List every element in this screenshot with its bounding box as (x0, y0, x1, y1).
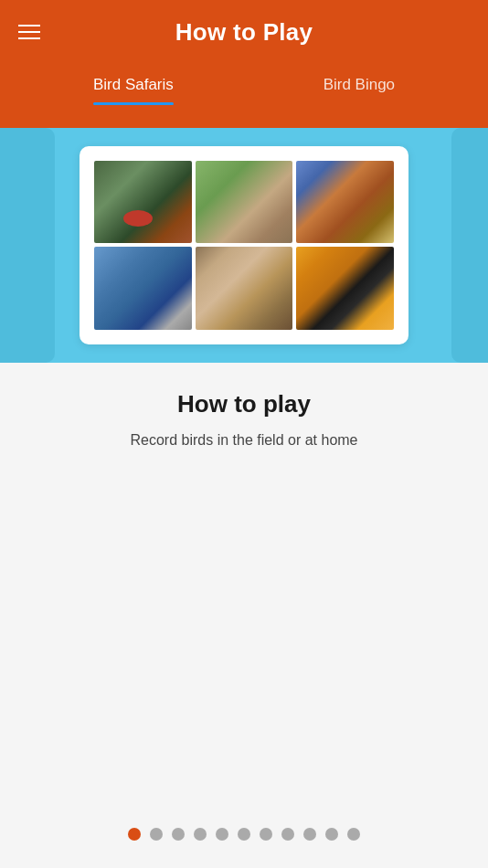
main-content: How to play Record birds in the field or… (0, 128, 488, 868)
dot-4[interactable] (216, 828, 228, 841)
bird-photo-6 (296, 247, 394, 329)
menu-line-1 (18, 25, 40, 26)
bird-photo-2 (196, 161, 293, 243)
tab-bar: Bird Safaris Bird Bingo (0, 64, 488, 110)
slide-subtitle: Record birds in the field or at home (18, 429, 470, 451)
slide-card (80, 146, 408, 344)
pagination-dots (0, 828, 488, 841)
tab-bird-safaris[interactable]: Bird Safaris (93, 76, 174, 98)
carousel-peek-left (0, 128, 55, 363)
carousel-peek-right (451, 128, 488, 363)
dot-5[interactable] (238, 828, 250, 841)
dot-3[interactable] (194, 828, 207, 841)
menu-line-2 (18, 31, 40, 33)
dot-2[interactable] (172, 828, 185, 841)
dot-9[interactable] (325, 828, 338, 841)
page-title: How to Play (175, 18, 313, 47)
header-top: How to Play (0, 0, 488, 64)
menu-button[interactable] (18, 25, 40, 39)
tab-bird-bingo[interactable]: Bird Bingo (324, 76, 395, 98)
dot-1[interactable] (150, 828, 163, 841)
dot-6[interactable] (260, 828, 272, 841)
dot-8[interactable] (303, 828, 316, 841)
dot-0[interactable] (128, 828, 141, 841)
dot-10[interactable] (347, 828, 360, 841)
bird-photo-4 (94, 247, 192, 329)
dot-7[interactable] (281, 828, 294, 841)
slide-title: How to play (18, 390, 470, 418)
carousel[interactable] (0, 128, 488, 363)
bird-photo-5 (196, 247, 293, 329)
menu-line-3 (18, 37, 40, 39)
slide-text-section: How to play Record birds in the field or… (0, 363, 488, 470)
bird-photo-grid (94, 161, 394, 330)
bird-photo-1 (94, 161, 192, 243)
bird-photo-3 (296, 161, 394, 243)
app-header: How to Play Bird Safaris Bird Bingo (0, 0, 488, 128)
